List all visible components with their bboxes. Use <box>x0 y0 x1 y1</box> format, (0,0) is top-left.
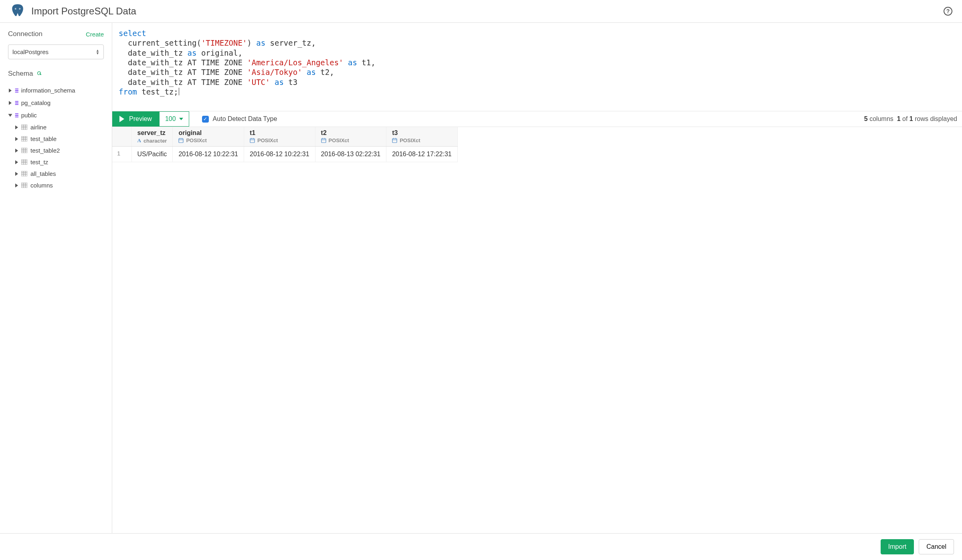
column-name: original <box>178 129 238 137</box>
connection-select[interactable]: localPostgres ▲▼ <box>8 44 104 59</box>
table-item-label: test_tz <box>30 159 48 165</box>
column-header-server_tz[interactable]: server_tzAcharacter <box>131 127 173 147</box>
column-name: t2 <box>321 129 381 137</box>
svg-point-2 <box>16 8 16 9</box>
row-limit-dropdown[interactable]: 100 <box>159 111 189 127</box>
table-icon <box>21 171 27 176</box>
column-name: t1 <box>250 129 309 137</box>
postgresql-logo-icon <box>10 3 26 19</box>
footer: Import Cancel <box>0 533 962 560</box>
svg-rect-24 <box>21 171 27 176</box>
table-icon <box>21 125 27 130</box>
table-item-label: test_table <box>30 135 57 142</box>
refresh-icon[interactable]: ⟳ <box>35 69 44 78</box>
caret-down-icon <box>8 114 12 117</box>
column-type: POSIXct <box>392 137 452 143</box>
table-item-all_tables[interactable]: all_tables <box>8 168 104 179</box>
table-item-test_table[interactable]: test_table <box>8 133 104 145</box>
connection-label: Connection <box>8 30 42 38</box>
svg-rect-14 <box>21 148 27 153</box>
table-item-label: columns <box>30 182 53 189</box>
svg-rect-29 <box>21 183 27 188</box>
row-index-header <box>112 127 131 147</box>
calendar-icon <box>321 138 326 143</box>
column-type: POSIXct <box>178 137 238 143</box>
table-item-columns[interactable]: columns <box>8 179 104 191</box>
table-icon <box>21 148 27 153</box>
table-item-label: airline <box>30 124 46 131</box>
results-pane: server_tzAcharacteroriginalPOSIXctt1POSI… <box>112 127 962 533</box>
schema-icon: ≡ <box>15 99 18 107</box>
column-header-t3[interactable]: t3POSIXct <box>386 127 458 147</box>
table-icon <box>21 159 27 165</box>
results-summary: 5 columns 1 of 1 rows displayed <box>864 115 957 123</box>
cell: 2016-08-12 17:22:31 <box>386 147 458 162</box>
auto-detect-label: Auto Detect Data Type <box>213 115 277 123</box>
schema-item-label: pg_catalog <box>21 99 51 106</box>
cancel-button[interactable]: Cancel <box>919 539 954 554</box>
column-type: POSIXct <box>321 137 381 143</box>
svg-rect-42 <box>321 139 326 143</box>
column-name: t3 <box>392 129 452 137</box>
create-connection-link[interactable]: Create <box>86 31 104 38</box>
schema-item-pg_catalog[interactable]: ≡pg_catalog <box>8 97 104 109</box>
schema-item-information_schema[interactable]: ≡information_schema <box>8 84 104 97</box>
column-header-t1[interactable]: t1POSIXct <box>244 127 315 147</box>
table-row[interactable]: 1US/Pacific2016-08-12 10:22:312016-08-12… <box>112 147 457 162</box>
page-title: Import PostgreSQL Data <box>31 6 136 17</box>
text-cursor <box>179 88 179 95</box>
calendar-icon <box>178 138 184 143</box>
sidebar: Connection Create localPostgres ▲▼ Schem… <box>0 23 112 533</box>
caret-right-icon <box>15 149 18 153</box>
preview-button-label: Preview <box>129 115 152 123</box>
cell: US/Pacific <box>131 147 173 162</box>
schema-item-label: information_schema <box>21 87 75 94</box>
calendar-icon <box>392 138 397 143</box>
table-item-test_table2[interactable]: test_table2 <box>8 145 104 156</box>
cell: 2016-08-12 10:22:31 <box>173 147 244 162</box>
caret-right-icon <box>15 137 18 141</box>
svg-rect-46 <box>392 139 397 143</box>
cell: 2016-08-12 10:22:31 <box>244 147 315 162</box>
cell: 2016-08-13 02:22:31 <box>315 147 386 162</box>
schema-tree: ≡information_schema≡pg_catalog≡publicair… <box>8 84 104 191</box>
column-header-t2[interactable]: t2POSIXct <box>315 127 386 147</box>
column-type: Acharacter <box>137 137 167 144</box>
svg-rect-19 <box>21 159 27 165</box>
table-icon <box>21 136 27 141</box>
header-bar: Import PostgreSQL Data ? <box>0 0 962 23</box>
table-item-label: test_table2 <box>30 147 60 154</box>
text-type-icon: A <box>137 137 141 144</box>
caret-right-icon <box>15 125 18 129</box>
schema-item-label: public <box>21 112 37 119</box>
auto-detect-checkbox[interactable]: ✓ Auto Detect Data Type <box>202 115 277 123</box>
sql-editor[interactable]: select current_setting('TIMEZONE') as se… <box>112 23 962 111</box>
chevron-down-icon <box>179 118 183 120</box>
results-toolbar: Preview 100 ✓ Auto Detect Data Type 5 co… <box>112 111 962 127</box>
caret-right-icon <box>15 172 18 176</box>
column-type: POSIXct <box>250 137 309 143</box>
import-button[interactable]: Import <box>881 539 914 554</box>
help-icon[interactable]: ? <box>944 7 952 16</box>
preview-button[interactable]: Preview <box>112 111 159 127</box>
svg-rect-9 <box>21 136 27 141</box>
results-table: server_tzAcharacteroriginalPOSIXctt1POSI… <box>112 127 458 162</box>
checkbox-checked-icon: ✓ <box>202 116 209 123</box>
caret-right-icon <box>15 160 18 164</box>
caret-right-icon <box>9 101 12 105</box>
schema-icon: ≡ <box>15 111 18 119</box>
schema-item-public[interactable]: ≡public <box>8 109 104 121</box>
caret-right-icon <box>9 89 12 93</box>
table-item-test_tz[interactable]: test_tz <box>8 156 104 168</box>
calendar-icon <box>250 138 255 143</box>
table-item-label: all_tables <box>30 170 56 177</box>
column-header-original[interactable]: originalPOSIXct <box>173 127 244 147</box>
caret-right-icon <box>15 183 18 187</box>
row-limit-value: 100 <box>165 115 176 123</box>
table-icon <box>21 183 27 188</box>
table-item-airline[interactable]: airline <box>8 121 104 133</box>
connection-selected-value: localPostgres <box>12 48 49 55</box>
column-name: server_tz <box>137 129 167 137</box>
svg-rect-38 <box>250 139 255 143</box>
schema-icon: ≡ <box>15 87 18 94</box>
